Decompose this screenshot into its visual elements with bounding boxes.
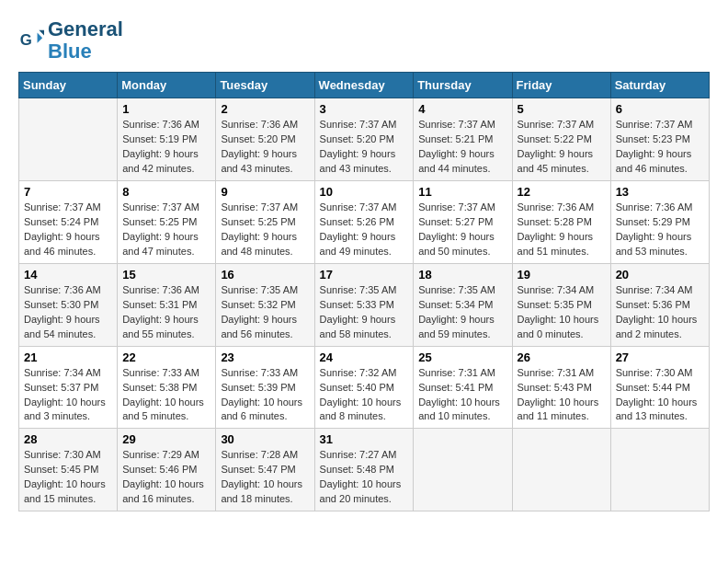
day-info: Sunrise: 7:35 AM Sunset: 5:32 PM Dayligh… <box>221 283 309 342</box>
day-number: 18 <box>418 268 506 282</box>
day-info: Sunrise: 7:36 AM Sunset: 5:19 PM Dayligh… <box>122 118 210 177</box>
day-info: Sunrise: 7:37 AM Sunset: 5:24 PM Dayligh… <box>24 201 112 259</box>
day-info: Sunrise: 7:33 AM Sunset: 5:39 PM Dayligh… <box>221 366 309 425</box>
day-number: 15 <box>122 268 210 282</box>
calendar-cell: 6Sunrise: 7:37 AM Sunset: 5:23 PM Daylig… <box>610 98 709 181</box>
calendar-cell: 18Sunrise: 7:35 AM Sunset: 5:34 PM Dayli… <box>414 263 512 346</box>
logo-text: GeneralBlue <box>48 18 123 63</box>
day-info: Sunrise: 7:37 AM Sunset: 5:22 PM Dayligh… <box>518 118 606 177</box>
calendar-week-row: 21Sunrise: 7:34 AM Sunset: 5:37 PM Dayli… <box>19 346 710 429</box>
day-number: 24 <box>320 350 409 364</box>
calendar-cell: 16Sunrise: 7:35 AM Sunset: 5:32 PM Dayli… <box>216 263 314 346</box>
logo-icon: G <box>18 28 44 53</box>
day-info: Sunrise: 7:37 AM Sunset: 5:23 PM Dayligh… <box>616 118 704 177</box>
calendar-cell: 8Sunrise: 7:37 AM Sunset: 5:25 PM Daylig… <box>118 181 216 264</box>
calendar-table: SundayMondayTuesdayWednesdayThursdayFrid… <box>18 72 710 511</box>
day-info: Sunrise: 7:34 AM Sunset: 5:36 PM Dayligh… <box>616 283 704 342</box>
day-number: 6 <box>616 102 704 116</box>
day-number: 29 <box>122 432 210 446</box>
calendar-cell: 28Sunrise: 7:30 AM Sunset: 5:45 PM Dayli… <box>19 429 118 511</box>
calendar-cell: 21Sunrise: 7:34 AM Sunset: 5:37 PM Dayli… <box>19 346 118 429</box>
day-number: 5 <box>518 102 606 116</box>
day-info: Sunrise: 7:30 AM Sunset: 5:45 PM Dayligh… <box>24 448 112 507</box>
calendar-cell: 17Sunrise: 7:35 AM Sunset: 5:33 PM Dayli… <box>314 263 414 346</box>
svg-marker-2 <box>39 30 44 36</box>
calendar-cell: 1Sunrise: 7:36 AM Sunset: 5:19 PM Daylig… <box>118 98 216 181</box>
calendar-week-row: 7Sunrise: 7:37 AM Sunset: 5:24 PM Daylig… <box>19 181 710 264</box>
day-number: 2 <box>221 102 309 116</box>
calendar-cell: 5Sunrise: 7:37 AM Sunset: 5:22 PM Daylig… <box>512 98 610 181</box>
day-info: Sunrise: 7:28 AM Sunset: 5:47 PM Dayligh… <box>221 448 309 507</box>
calendar-cell: 24Sunrise: 7:32 AM Sunset: 5:40 PM Dayli… <box>314 346 414 429</box>
calendar-cell: 26Sunrise: 7:31 AM Sunset: 5:43 PM Dayli… <box>512 346 610 429</box>
header-saturday: Saturday <box>610 73 709 98</box>
day-info: Sunrise: 7:36 AM Sunset: 5:20 PM Dayligh… <box>221 118 309 177</box>
day-number: 7 <box>24 185 112 199</box>
day-info: Sunrise: 7:36 AM Sunset: 5:30 PM Dayligh… <box>24 283 112 342</box>
calendar-cell: 12Sunrise: 7:36 AM Sunset: 5:28 PM Dayli… <box>512 181 610 264</box>
day-info: Sunrise: 7:29 AM Sunset: 5:46 PM Dayligh… <box>122 448 210 507</box>
day-number: 17 <box>320 268 409 282</box>
day-info: Sunrise: 7:37 AM Sunset: 5:21 PM Dayligh… <box>418 118 506 177</box>
calendar-cell: 9Sunrise: 7:37 AM Sunset: 5:25 PM Daylig… <box>216 181 314 264</box>
day-info: Sunrise: 7:37 AM Sunset: 5:20 PM Dayligh… <box>320 118 409 177</box>
calendar-cell: 15Sunrise: 7:36 AM Sunset: 5:31 PM Dayli… <box>118 263 216 346</box>
day-info: Sunrise: 7:27 AM Sunset: 5:48 PM Dayligh… <box>320 448 409 507</box>
day-number: 8 <box>122 185 210 199</box>
day-info: Sunrise: 7:31 AM Sunset: 5:43 PM Dayligh… <box>518 366 606 425</box>
day-number: 9 <box>221 185 309 199</box>
calendar-week-row: 14Sunrise: 7:36 AM Sunset: 5:30 PM Dayli… <box>19 263 710 346</box>
day-number: 22 <box>122 350 210 364</box>
calendar-cell: 2Sunrise: 7:36 AM Sunset: 5:20 PM Daylig… <box>216 98 314 181</box>
calendar-cell: 10Sunrise: 7:37 AM Sunset: 5:26 PM Dayli… <box>314 181 414 264</box>
day-info: Sunrise: 7:37 AM Sunset: 5:25 PM Dayligh… <box>221 201 309 259</box>
day-info: Sunrise: 7:35 AM Sunset: 5:34 PM Dayligh… <box>418 283 506 342</box>
day-number: 13 <box>616 185 704 199</box>
day-info: Sunrise: 7:31 AM Sunset: 5:41 PM Dayligh… <box>418 366 506 425</box>
calendar-cell <box>512 429 610 511</box>
day-number: 3 <box>320 102 409 116</box>
day-info: Sunrise: 7:36 AM Sunset: 5:29 PM Dayligh… <box>616 201 704 259</box>
day-number: 4 <box>418 102 506 116</box>
day-info: Sunrise: 7:34 AM Sunset: 5:37 PM Dayligh… <box>24 366 112 425</box>
day-info: Sunrise: 7:36 AM Sunset: 5:31 PM Dayligh… <box>122 283 210 342</box>
page-header: G GeneralBlue <box>18 18 710 63</box>
day-number: 20 <box>616 268 704 282</box>
calendar-cell: 27Sunrise: 7:30 AM Sunset: 5:44 PM Dayli… <box>610 346 709 429</box>
header-tuesday: Tuesday <box>216 73 314 98</box>
day-number: 21 <box>24 350 112 364</box>
header-wednesday: Wednesday <box>314 73 414 98</box>
day-info: Sunrise: 7:37 AM Sunset: 5:27 PM Dayligh… <box>418 201 506 259</box>
day-number: 10 <box>320 185 409 199</box>
calendar-cell <box>414 429 512 511</box>
day-info: Sunrise: 7:37 AM Sunset: 5:26 PM Dayligh… <box>320 201 409 259</box>
calendar-cell: 29Sunrise: 7:29 AM Sunset: 5:46 PM Dayli… <box>118 429 216 511</box>
day-info: Sunrise: 7:36 AM Sunset: 5:28 PM Dayligh… <box>518 201 606 259</box>
calendar-week-row: 1Sunrise: 7:36 AM Sunset: 5:19 PM Daylig… <box>19 98 710 181</box>
header-thursday: Thursday <box>414 73 512 98</box>
day-info: Sunrise: 7:30 AM Sunset: 5:44 PM Dayligh… <box>616 366 704 425</box>
day-info: Sunrise: 7:32 AM Sunset: 5:40 PM Dayligh… <box>320 366 409 425</box>
calendar-cell: 20Sunrise: 7:34 AM Sunset: 5:36 PM Dayli… <box>610 263 709 346</box>
day-number: 27 <box>616 350 704 364</box>
day-number: 14 <box>24 268 112 282</box>
logo: G GeneralBlue <box>18 18 123 63</box>
day-number: 11 <box>418 185 506 199</box>
header-sunday: Sunday <box>19 73 118 98</box>
day-info: Sunrise: 7:37 AM Sunset: 5:25 PM Dayligh… <box>122 201 210 259</box>
day-number: 16 <box>221 268 309 282</box>
calendar-cell: 11Sunrise: 7:37 AM Sunset: 5:27 PM Dayli… <box>414 181 512 264</box>
day-number: 25 <box>418 350 506 364</box>
calendar-cell <box>610 429 709 511</box>
calendar-cell: 14Sunrise: 7:36 AM Sunset: 5:30 PM Dayli… <box>19 263 118 346</box>
day-number: 23 <box>221 350 309 364</box>
day-info: Sunrise: 7:35 AM Sunset: 5:33 PM Dayligh… <box>320 283 409 342</box>
calendar-cell: 25Sunrise: 7:31 AM Sunset: 5:41 PM Dayli… <box>414 346 512 429</box>
calendar-header-row: SundayMondayTuesdayWednesdayThursdayFrid… <box>19 73 710 98</box>
day-number: 12 <box>518 185 606 199</box>
day-number: 19 <box>518 268 606 282</box>
day-number: 30 <box>221 432 309 446</box>
header-monday: Monday <box>118 73 216 98</box>
calendar-cell: 31Sunrise: 7:27 AM Sunset: 5:48 PM Dayli… <box>314 429 414 511</box>
calendar-cell: 4Sunrise: 7:37 AM Sunset: 5:21 PM Daylig… <box>414 98 512 181</box>
